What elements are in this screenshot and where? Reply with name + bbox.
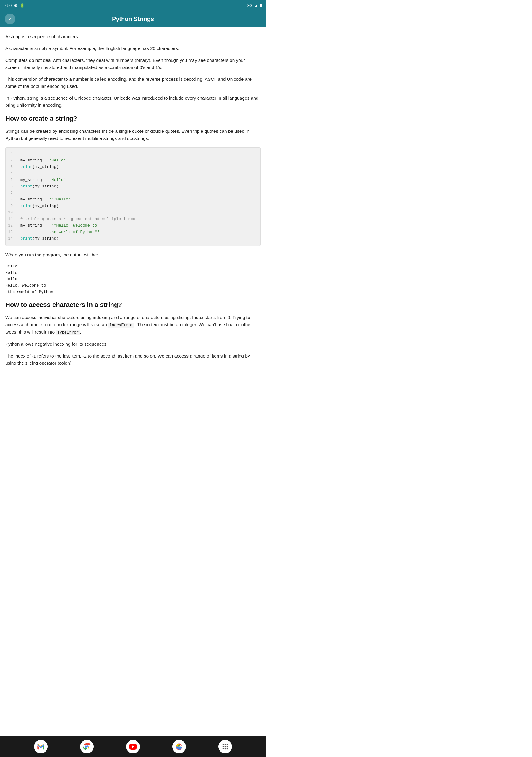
code-line-12: 12 my_string = """Hello, welcome to xyxy=(6,223,260,229)
signal-icon: ▲ xyxy=(254,3,258,8)
code-line-11: 11 # triple quotes string can extend mul… xyxy=(6,216,260,223)
page-title: Python Strings xyxy=(20,16,246,22)
intro-p5: In Python, string is a sequence of Unico… xyxy=(5,95,261,109)
output-line-1: Hello xyxy=(5,263,261,270)
section1-text: Strings can be created by enclosing char… xyxy=(5,128,261,142)
code-line-9: 9 print(my_string) xyxy=(6,203,260,210)
code-line-2: 2 my_string = 'Hello' xyxy=(6,158,260,164)
section2-text3: The index of -1 refers to the last item,… xyxy=(5,352,261,367)
code-line-8: 8 my_string = '''Hello''' xyxy=(6,197,260,203)
status-bar-left: 7:50 ⚙ 🔋 xyxy=(4,3,24,8)
title-bar: ‹ Python Strings xyxy=(0,11,266,27)
code-line-6: 6 print(my_string) xyxy=(6,184,260,190)
intro-p1: A string is a sequence of characters. xyxy=(5,33,261,40)
code-line-14: 14 print(my_string) xyxy=(6,236,260,242)
intro-p2: A character is simply a symbol. For exam… xyxy=(5,45,261,52)
code-line-4: 4 xyxy=(6,170,260,177)
battery-icon: 🔋 xyxy=(20,3,24,8)
section2-text1: We can access individual characters usin… xyxy=(5,314,261,336)
code-line-7: 7 xyxy=(6,190,260,197)
status-bar-right: 3G ▲ ▮ xyxy=(248,3,262,8)
output-line-4: Hello, welcome to xyxy=(5,283,261,289)
code-line-13: 13 the world of Python""" xyxy=(6,229,260,236)
output-label: When you run the program, the output wil… xyxy=(5,251,261,258)
code-line-5: 5 my_string = "Hello" xyxy=(6,177,260,184)
status-bar: 7:50 ⚙ 🔋 3G ▲ ▮ xyxy=(0,0,266,11)
inline-code-indexerror: IndexError xyxy=(108,322,134,328)
output-line-5: the world of Python xyxy=(5,289,261,295)
settings-icon: ⚙ xyxy=(14,3,17,8)
code-line-10: 10 xyxy=(6,210,260,216)
section2-heading: How to access characters in a string? xyxy=(5,300,261,310)
network-display: 3G xyxy=(248,3,252,8)
code-line-3: 3 print(my_string) xyxy=(6,164,260,170)
section1-heading: How to create a string? xyxy=(5,113,261,124)
inline-code-typeerror: TypeError xyxy=(56,330,80,335)
main-content: A string is a sequence of characters. A … xyxy=(0,27,266,401)
output-line-3: Hello xyxy=(5,276,261,283)
output-block-1: Hello Hello Hello Hello, welcome to the … xyxy=(5,263,261,295)
intro-p4: This conversion of character to a number… xyxy=(5,76,261,90)
intro-p3: Computers do not deal with characters, t… xyxy=(5,57,261,71)
code-block-1: 1 2 my_string = 'Hello' 3 print(my_strin… xyxy=(5,147,261,246)
battery-full-icon: ▮ xyxy=(260,3,262,8)
output-line-2: Hello xyxy=(5,270,261,276)
time-display: 7:50 xyxy=(4,3,12,8)
section2-text2: Python allows negative indexing for its … xyxy=(5,341,261,348)
back-button[interactable]: ‹ xyxy=(5,14,15,24)
code-line-1: 1 xyxy=(6,151,260,158)
